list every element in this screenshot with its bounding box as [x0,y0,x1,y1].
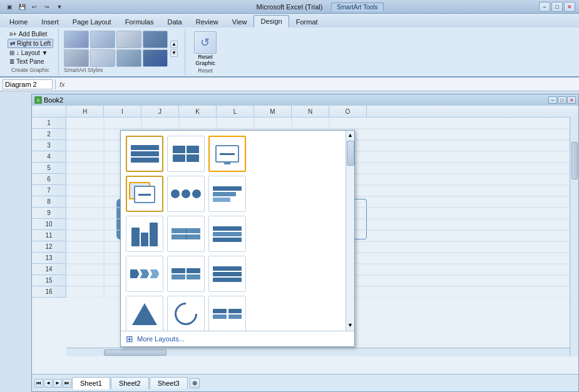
style-thumb-6[interactable] [90,49,115,67]
reset-group-label: Reset [198,68,213,74]
layout-icon: ⊞ [9,49,14,56]
gallery-item-1-3[interactable] [208,136,246,172]
row-16: 16 [32,286,66,298]
gallery-item-3-2[interactable] [167,216,205,252]
sheet-nav-first[interactable]: ⏮ [34,379,43,388]
create-graphic-label: Create Graphic [11,67,49,74]
scrollbar-thumb-v[interactable] [571,142,578,179]
tab-format[interactable]: Format [289,15,325,28]
gallery-item-2-3[interactable] [208,176,246,212]
right-to-left-button[interactable]: ⇄ Right to Left [8,39,53,48]
header-corner [32,106,66,117]
row-9: 9 [32,208,66,219]
sheet-tab-1[interactable]: Sheet1 [72,377,110,389]
styles-scrollbar: ▲ ▼ [170,41,178,57]
styles-row-2 [64,49,168,67]
style-thumb-8[interactable] [143,49,168,67]
gallery-item-1-2[interactable] [167,136,205,172]
add-bullet-label: Add Bullet [19,31,48,38]
sheet-tab-3[interactable]: Sheet3 [150,377,188,389]
tab-view[interactable]: View [225,15,254,28]
restore-btn[interactable]: □ [551,2,563,12]
book-title: Book2 [44,96,63,104]
gallery-item-2-2[interactable] [167,176,205,212]
horizontal-scrollbar[interactable] [66,348,570,356]
sheet-nav-last[interactable]: ⏭ [63,379,71,388]
close-btn[interactable]: ✕ [564,2,575,12]
book-icon: X [34,96,42,104]
book-controls: − □ ✕ [548,96,576,104]
tab-insert[interactable]: Insert [34,15,66,28]
style-thumb-1[interactable] [64,31,89,48]
col-headers: H I J K L M N O [32,106,578,118]
quick-access-toolbar: ▣ 💾 ↩ ↪ ▼ [4,2,65,12]
text-pane-button[interactable]: ≣ Text Pane [8,58,53,66]
formula-bar: fx [0,78,579,91]
sheet-nav-prev[interactable]: ◄ [44,379,53,388]
gallery-item-4-3[interactable] [208,256,246,292]
styles-container: ▲ ▼ [64,30,181,67]
gallery-item-5-3[interactable] [208,296,246,331]
row-4: 4 [32,151,66,163]
style-thumb-5[interactable] [64,49,89,67]
styles-scroll-up[interactable]: ▲ [170,41,178,48]
gallery-scroll-up-btn[interactable]: ▲ [346,131,354,139]
col-header-j: J [141,106,179,117]
text-pane-label: Text Pane [16,58,44,65]
col-header-h: H [66,106,104,117]
more-layouts-button[interactable]: ⊞ More Layouts... [121,331,354,346]
layout-button[interactable]: ⊞ ↓ Layout ▼ [8,49,53,57]
gallery-scroll-area: ▲ ▼ [121,131,354,331]
tab-home[interactable]: Home [3,15,34,28]
window-controls: − □ ✕ [539,2,575,12]
style-thumb-3[interactable] [116,31,141,48]
gallery-item-5-2[interactable] [167,296,205,331]
gallery-item-4-1[interactable] [126,256,163,292]
gallery-grid [121,131,251,331]
gallery-item-1-1[interactable] [126,136,163,172]
style-thumb-2[interactable] [90,31,115,48]
tab-design[interactable]: Design [254,15,289,28]
gallery-scroll-down-btn[interactable]: ▼ [346,321,354,329]
gallery-item-2-1[interactable] [126,176,163,212]
styles-scroll-down[interactable]: ▼ [170,49,178,57]
book-close-btn[interactable]: ✕ [567,96,576,104]
gallery-item-3-1[interactable] [126,216,163,252]
more-layouts-icon: ⊞ [126,334,133,344]
vertical-scrollbar[interactable] [570,117,578,356]
redo-btn[interactable]: ↪ [41,2,53,12]
quick-access-drop[interactable]: ▼ [54,2,65,12]
row-3: 3 [32,140,66,151]
book-title-left: X Book2 [34,96,63,104]
title-bar-left: ▣ 💾 ↩ ↪ ▼ [4,2,65,12]
gallery-scrollbar-thumb[interactable] [347,141,354,166]
scrollbar-thumb-h[interactable] [104,349,167,356]
row-headers: 1 2 3 4 5 6 7 8 9 10 11 12 13 14 15 16 [32,118,66,298]
reset-group: ↺ Reset Graphic Reset [187,29,224,75]
gallery-item-5-1[interactable] [126,296,163,331]
gallery-scrollbar[interactable]: ▲ ▼ [346,131,354,331]
tab-page-layout[interactable]: Page Layout [66,15,118,28]
sheet-add-btn[interactable]: ⊕ [190,378,200,388]
gallery-item-3-3[interactable] [208,216,246,252]
row-15: 15 [32,275,66,286]
undo-btn[interactable]: ↩ [29,2,40,12]
book-restore-btn[interactable]: □ [558,96,566,104]
style-thumb-4[interactable] [143,31,168,48]
save-btn[interactable]: 💾 [16,2,28,12]
minimize-btn[interactable]: − [539,2,550,12]
sheet-tab-2[interactable]: Sheet2 [111,377,149,389]
book-minimize-btn[interactable]: − [548,96,557,104]
style-thumb-7[interactable] [116,49,141,67]
name-box[interactable] [3,79,53,89]
formula-icons: fx [58,81,66,88]
sheet-nav-next[interactable]: ► [53,379,62,388]
add-bullet-button[interactable]: ≡+ Add Bullet [8,30,53,38]
reset-graphic-icon: ↺ [194,31,217,54]
tab-review[interactable]: Review [189,15,225,28]
gallery-item-4-2[interactable] [167,256,205,292]
reset-graphic-button[interactable]: ↺ Reset Graphic [192,30,219,68]
tab-data[interactable]: Data [160,15,188,28]
tab-formulas[interactable]: Formulas [118,15,161,28]
title-bar: ▣ 💾 ↩ ↪ ▼ Microsoft Excel (Trial) SmartA… [0,0,579,14]
